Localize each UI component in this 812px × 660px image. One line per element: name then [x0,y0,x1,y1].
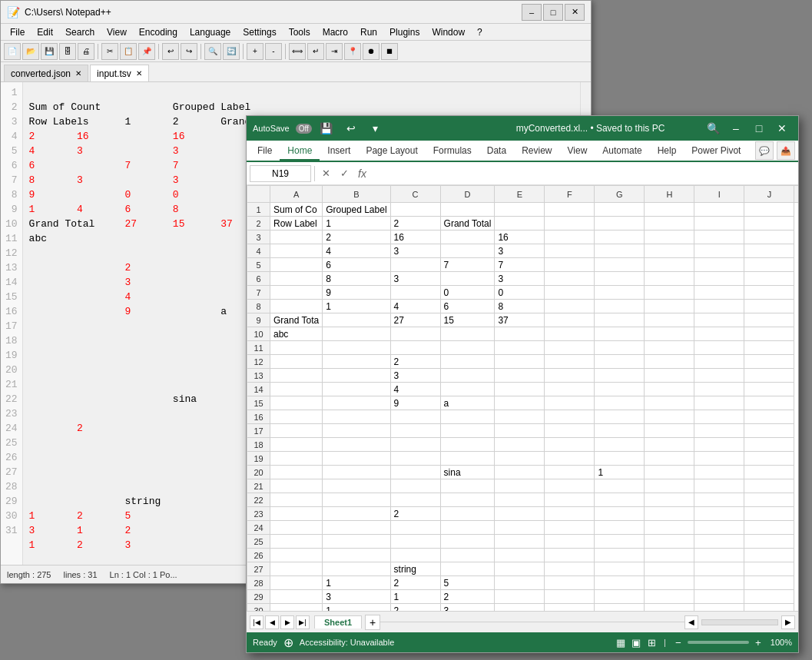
table-cell[interactable] [744,244,794,258]
table-cell[interactable] [390,341,440,355]
table-cell[interactable] [270,562,323,576]
table-cell[interactable] [694,604,744,612]
table-cell[interactable] [595,452,645,466]
table-cell[interactable] [744,203,794,217]
table-cell[interactable] [440,203,495,217]
table-cell[interactable] [270,466,323,479]
table-cell[interactable]: 8 [323,272,390,286]
table-cell[interactable] [744,272,794,286]
table-cell[interactable] [495,521,545,535]
table-cell[interactable] [645,272,694,286]
ribbon-tab-data[interactable]: Data [479,142,514,159]
col-header-e[interactable]: E [495,186,545,203]
table-cell[interactable] [495,507,545,521]
table-cell[interactable] [495,576,545,590]
table-cell[interactable] [694,438,744,452]
table-cell[interactable] [694,327,744,341]
table-cell[interactable] [440,424,495,438]
table-cell[interactable] [390,424,440,438]
table-cell[interactable] [270,521,323,535]
table-cell[interactable] [694,313,744,327]
table-cell[interactable]: 8 [495,300,545,313]
tool-paste[interactable]: 📌 [138,43,155,60]
table-cell[interactable] [645,286,694,300]
ribbon-tab-powerpivot[interactable]: Power Pivot [684,142,748,159]
tool-copy[interactable]: 📋 [120,43,137,60]
table-cell[interactable] [595,258,645,272]
excel-formula-input[interactable] [373,168,795,179]
table-cell[interactable] [270,341,323,355]
table-cell[interactable] [545,217,595,231]
table-cell[interactable] [744,369,794,383]
formula-cancel-btn[interactable]: ✕ [318,166,333,181]
col-header-a[interactable]: A [270,186,323,203]
table-cell[interactable] [595,300,645,313]
zoom-out-btn[interactable]: − [672,636,684,648]
table-cell[interactable] [323,562,390,576]
table-cell[interactable] [390,493,440,507]
table-cell[interactable] [545,479,595,493]
table-cell[interactable] [744,535,794,549]
sheet-nav-first[interactable]: |◀ [250,615,263,629]
tool-indent[interactable]: ⇥ [326,43,343,60]
table-cell[interactable] [744,466,794,479]
table-cell[interactable] [440,493,495,507]
tool-zoom-in[interactable]: + [247,43,263,60]
table-cell[interactable] [545,452,595,466]
table-cell[interactable] [440,535,495,549]
table-cell[interactable] [440,231,495,244]
table-cell[interactable]: 3 [440,604,495,612]
table-cell[interactable] [545,300,595,313]
table-cell[interactable] [645,424,694,438]
table-cell[interactable] [545,355,595,369]
tab-input-tsv-close[interactable]: ✕ [136,69,142,78]
menu-search[interactable]: Search [59,25,101,39]
sheet-nav-last[interactable]: ▶| [296,615,310,629]
table-cell[interactable] [323,507,390,521]
table-cell[interactable] [694,369,744,383]
tool-markers[interactable]: 📍 [344,43,361,60]
table-cell[interactable] [545,327,595,341]
excel-save-btn[interactable]: 💾 [317,118,336,138]
table-cell[interactable] [323,369,390,383]
table-cell[interactable] [440,369,495,383]
table-cell[interactable] [495,410,545,424]
table-cell[interactable] [440,327,495,341]
col-header-h[interactable]: H [645,186,694,203]
table-cell[interactable] [545,272,595,286]
table-cell[interactable] [595,286,645,300]
table-cell[interactable] [270,410,323,424]
table-cell[interactable] [545,396,595,410]
table-cell[interactable] [545,535,595,549]
table-cell[interactable] [694,562,744,576]
table-cell[interactable]: 2 [390,355,440,369]
table-cell[interactable]: 7 [495,258,545,272]
table-cell[interactable] [440,438,495,452]
table-cell[interactable] [495,466,545,479]
table-cell[interactable] [595,313,645,327]
table-cell[interactable] [645,493,694,507]
table-cell[interactable]: 4 [390,300,440,313]
table-cell[interactable] [744,493,794,507]
table-cell[interactable] [595,479,645,493]
table-cell[interactable] [645,521,694,535]
table-cell[interactable] [595,521,645,535]
table-cell[interactable] [545,604,595,612]
table-cell[interactable] [390,466,440,479]
table-cell[interactable] [545,424,595,438]
zoom-slider[interactable] [688,641,749,644]
table-cell[interactable] [744,341,794,355]
table-cell[interactable] [744,396,794,410]
ribbon-tab-file[interactable]: File [250,142,280,159]
table-cell[interactable] [744,562,794,576]
excel-minimize-btn[interactable]: – [726,118,746,138]
table-cell[interactable] [440,521,495,535]
table-cell[interactable] [270,479,323,493]
table-cell[interactable] [495,452,545,466]
ribbon-tab-insert[interactable]: Insert [320,142,358,159]
table-cell[interactable] [495,590,545,604]
table-cell[interactable] [645,244,694,258]
table-cell[interactable] [744,521,794,535]
table-cell[interactable] [645,535,694,549]
table-cell[interactable] [440,507,495,521]
